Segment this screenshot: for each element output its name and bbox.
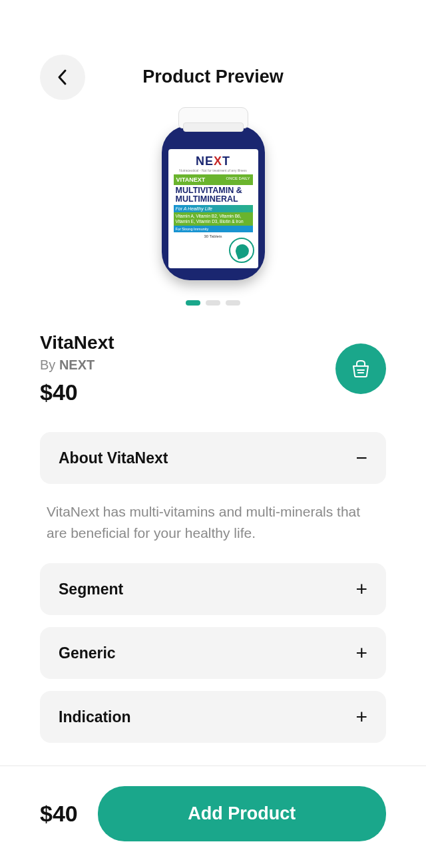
pagination-dot[interactable]	[226, 300, 240, 306]
product-image: NEXT Nutraceutical - Not for treatment o…	[40, 107, 386, 287]
image-pagination[interactable]	[40, 300, 386, 306]
accordion-generic[interactable]: Generic +	[40, 627, 386, 679]
plus-icon: +	[355, 579, 367, 599]
header: Product Preview	[40, 0, 386, 87]
accordion-title: Generic	[59, 644, 116, 662]
accordion-title: Indication	[59, 708, 131, 726]
chevron-left-icon	[56, 69, 69, 86]
accordion-title: Segment	[59, 580, 123, 598]
product-price: $40	[40, 379, 114, 405]
back-button[interactable]	[40, 55, 85, 100]
product-brand: By NEXT	[40, 357, 114, 373]
pagination-dot[interactable]	[206, 300, 220, 306]
accordion-content: VitaNext has multi-vitamins and multi-mi…	[40, 501, 386, 543]
accordion-about[interactable]: About VitaNext −	[40, 432, 386, 484]
pagination-dot[interactable]	[186, 300, 200, 306]
basket-icon	[350, 358, 371, 379]
accordion-segment[interactable]: Segment +	[40, 563, 386, 615]
plus-icon: +	[355, 707, 367, 727]
bottom-price: $40	[40, 801, 78, 827]
minus-icon: −	[355, 448, 367, 468]
accordion-title: About VitaNext	[59, 449, 168, 467]
add-to-basket-button[interactable]	[335, 343, 386, 394]
add-product-button[interactable]: Add Product	[98, 786, 386, 841]
accordion-indication[interactable]: Indication +	[40, 691, 386, 743]
page-title: Product Preview	[40, 67, 386, 87]
plus-icon: +	[355, 643, 367, 663]
product-name: VitaNext	[40, 332, 114, 353]
bottom-bar: $40 Add Product	[0, 765, 426, 868]
